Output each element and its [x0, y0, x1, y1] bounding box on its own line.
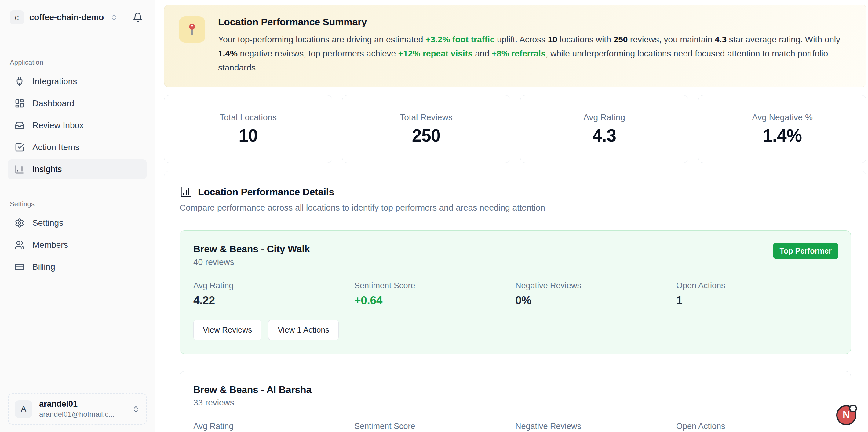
details-title: Location Performance Details [198, 187, 334, 198]
sidebar-item-label: Review Inbox [32, 121, 84, 130]
metric-label: Open Actions [676, 281, 837, 291]
summary-title: Location Performance Summary [218, 16, 851, 28]
metric-label: Avg Rating [193, 422, 354, 431]
metric-label: Avg Rating [193, 281, 354, 291]
location-name: Brew & Beans - Al Barsha [193, 384, 837, 395]
summary-bold-negative: 1.4% [218, 49, 238, 58]
summary-text-part: negative reviews, top performers achieve [238, 49, 398, 58]
stat-card-total-reviews: Total Reviews 250 [342, 95, 510, 163]
sidebar-item-label: Insights [32, 164, 62, 174]
metric-label: Sentiment Score [354, 281, 515, 291]
summary-highlight-repeat-visits: +12% repeat visits [398, 49, 473, 58]
location-card-city-walk: Top Performer Brew & Beans - City Walk 4… [180, 230, 851, 354]
metric-value: 1 [676, 294, 837, 307]
bar-chart-icon [15, 164, 25, 174]
view-actions-button[interactable]: View 1 Actions [268, 320, 339, 340]
workspace-switcher[interactable]: c coffee-chain-demo [8, 10, 147, 24]
metric-negative-reviews: Negative Reviews 0% [515, 422, 676, 432]
summary-text-part: reviews, you maintain [628, 35, 715, 44]
user-email: arandel01@hotmail.c... [39, 410, 125, 419]
sidebar-item-review-inbox[interactable]: Review Inbox [8, 115, 147, 135]
sidebar-item-members[interactable]: Members [8, 235, 147, 255]
pin-icon [179, 16, 205, 43]
sidebar-item-label: Integrations [32, 76, 77, 86]
sidebar-item-label: Billing [32, 262, 55, 272]
summary-text-part: star average rating. With only [726, 35, 840, 44]
sidebar-item-billing[interactable]: Billing [8, 257, 147, 277]
sidebar-item-integrations[interactable]: Integrations [8, 71, 147, 92]
summary-text-part: and [472, 49, 491, 58]
sidebar-item-label: Dashboard [32, 99, 74, 108]
stat-label: Avg Negative % [705, 112, 860, 122]
widget-status-dot [849, 404, 857, 412]
metric-value: +0.64 [354, 294, 515, 307]
user-name: arandel01 [39, 399, 125, 409]
summary-bold-locations: 10 [548, 35, 557, 44]
check-square-icon [15, 142, 25, 152]
main-content: Location Performance Summary Your top-pe… [155, 0, 868, 432]
chevrons-up-down-icon[interactable] [132, 405, 140, 413]
metric-open-actions: Open Actions 1 [676, 281, 837, 307]
summary-text-part: uplift. Across [495, 35, 548, 44]
metric-label: Open Actions [676, 422, 837, 431]
stat-card-total-locations: Total Locations 10 [164, 95, 332, 163]
metric-negative-reviews: Negative Reviews 0% [515, 281, 676, 307]
details-subtitle: Compare performance across all locations… [180, 203, 851, 213]
user-menu[interactable]: A arandel01 arandel01@hotmail.c... [8, 393, 147, 425]
summary-text: Your top-performing locations are drivin… [218, 33, 851, 75]
stat-value: 250 [348, 125, 504, 145]
sidebar-item-label: Members [32, 240, 68, 250]
sidebar-item-settings[interactable]: Settings [8, 213, 147, 233]
performance-summary-banner: Location Performance Summary Your top-pe… [164, 5, 866, 87]
bell-icon[interactable] [132, 12, 143, 23]
metric-label: Negative Reviews [515, 281, 676, 291]
top-performer-badge: Top Performer [773, 243, 838, 259]
summary-text-part: Your top-performing locations are drivin… [218, 35, 426, 44]
metric-open-actions: Open Actions 1 [676, 422, 837, 432]
stats-row: Total Locations 10 Total Reviews 250 Avg… [164, 95, 866, 163]
section-label-application: Application [10, 59, 147, 67]
summary-bold-rating: 4.3 [715, 35, 726, 44]
summary-highlight-foot-traffic: +3.2% foot traffic [426, 35, 494, 44]
location-performance-details: Location Performance Details Compare per… [164, 171, 866, 432]
sidebar-item-action-items[interactable]: Action Items [8, 137, 147, 158]
location-metrics: Avg Rating 4.39 Sentiment Score +0.70 Ne… [193, 422, 837, 432]
dashboard-grid-icon [15, 99, 25, 108]
stat-card-avg-negative: Avg Negative % 1.4% [698, 95, 866, 163]
location-card-al-barsha: Brew & Beans - Al Barsha 33 reviews Avg … [180, 371, 851, 432]
stat-label: Total Reviews [348, 112, 504, 122]
user-avatar: A [15, 400, 32, 418]
metric-avg-rating: Avg Rating 4.39 [193, 422, 354, 432]
stat-value: 10 [170, 125, 326, 145]
stat-card-avg-rating: Avg Rating 4.3 [520, 95, 688, 163]
sidebar-item-insights[interactable]: Insights [8, 159, 147, 179]
sidebar-item-dashboard[interactable]: Dashboard [8, 93, 147, 113]
stat-value: 1.4% [705, 125, 860, 145]
application-nav: Integrations Dashboard Review Inbox Acti… [8, 71, 147, 181]
location-metrics: Avg Rating 4.22 Sentiment Score +0.64 Ne… [193, 281, 837, 307]
plug-icon [15, 76, 25, 86]
users-icon [15, 240, 25, 250]
location-review-count: 33 reviews [193, 398, 837, 408]
settings-nav: Settings Members Billing [8, 213, 147, 279]
metric-value: 0% [515, 294, 676, 307]
sidebar: c coffee-chain-demo Application Integrat… [0, 0, 155, 432]
metric-value: 4.22 [193, 294, 354, 307]
feedback-widget-button[interactable]: N [836, 405, 857, 425]
section-label-settings: Settings [10, 200, 147, 208]
widget-letter: N [843, 409, 850, 421]
summary-text-part: locations with [557, 35, 614, 44]
bar-chart-icon [180, 186, 192, 198]
sidebar-item-label: Settings [32, 218, 63, 228]
workspace-avatar: c [10, 10, 24, 24]
metric-sentiment-score: Sentiment Score +0.64 [354, 281, 515, 307]
location-review-count: 40 reviews [193, 257, 837, 267]
metric-label: Negative Reviews [515, 422, 676, 431]
chevrons-up-down-icon[interactable] [110, 13, 118, 21]
workspace-name: coffee-chain-demo [29, 12, 104, 22]
view-reviews-button[interactable]: View Reviews [193, 320, 261, 340]
metric-avg-rating: Avg Rating 4.22 [193, 281, 354, 307]
location-name: Brew & Beans - City Walk [193, 243, 837, 255]
summary-bold-reviews: 250 [614, 35, 628, 44]
credit-card-icon [15, 262, 25, 272]
